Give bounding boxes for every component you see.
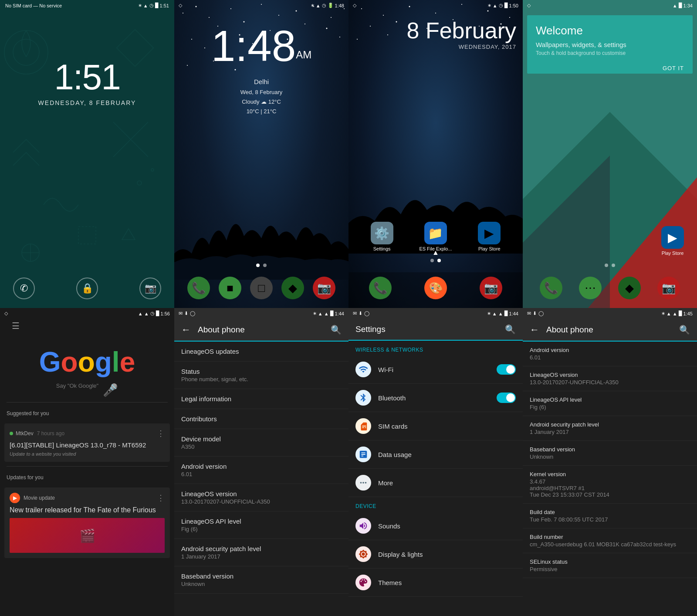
list-item-status[interactable]: Status Phone number, signal, etc. <box>174 362 348 389</box>
wifi-toggle[interactable] <box>497 364 516 375</box>
list-item-build-date[interactable]: Build date Tue Feb. 7 08:00:55 UTC 2017 <box>523 504 697 528</box>
search-icon[interactable]: 🔍 <box>331 325 342 335</box>
list-item-contributors[interactable]: Contributors <box>174 409 348 429</box>
panel-lockscreen-1: No SIM card — No service ∗ ▲ ◷ ▉ 1:51 1:… <box>0 0 174 308</box>
camera-icon[interactable]: 📷 <box>313 277 335 299</box>
dot-2 <box>437 259 441 262</box>
camera-icon[interactable]: 📷 <box>657 277 680 299</box>
notification-icon: ✉ <box>353 311 357 316</box>
item-title: Status <box>181 368 342 375</box>
status-left: ◇ <box>179 3 182 8</box>
item-sub: 6.01 <box>530 354 690 361</box>
play-store-icon[interactable]: ▶ Play Store <box>661 226 684 256</box>
section-device: DEVICE <box>348 497 523 512</box>
setting-sounds[interactable]: Sounds <box>348 512 523 540</box>
movie-card[interactable]: ▶ Movie update ⋮ New trailer released fo… <box>4 487 170 558</box>
camera-icon[interactable]: 📷 <box>139 278 161 299</box>
list-item-lineage-api[interactable]: LineageOS API level Fig (6) <box>523 391 697 416</box>
camera-dock-icon[interactable]: 📷 <box>480 277 502 299</box>
list-item-lineage-api[interactable]: LineageOS API level Fig (6) <box>174 511 348 539</box>
notification-icon: ✉ <box>527 311 531 316</box>
welcome-subtitle: Wallpapers, widgets, & settings <box>536 41 684 48</box>
item-title: Build date <box>530 509 690 515</box>
square-icon[interactable]: □ <box>250 277 273 299</box>
list-item-device-model[interactable]: Device model A350 <box>174 429 348 457</box>
status-bar: ◇ ∗ ▲ ◷ 🔋 1:48 <box>174 0 348 11</box>
hamburger-menu[interactable]: ☰ <box>0 319 174 333</box>
app-play-store[interactable]: ▶ Play Store <box>465 222 514 251</box>
section-wireless: WIRELESS & NETWORKS <box>348 341 523 355</box>
setting-bluetooth[interactable]: Bluetooth <box>348 384 523 412</box>
list-item-lineage-ver[interactable]: LineageOS version 13.0-20170207-UNOFFICI… <box>523 366 697 391</box>
vpn-icon[interactable]: ◆ <box>618 277 641 299</box>
movie-source: ▶ Movie update <box>10 493 55 503</box>
phone-icon[interactable]: ✆ <box>13 278 35 299</box>
setting-wifi[interactable]: Wi-Fi <box>348 355 523 384</box>
setting-display[interactable]: Display & lights <box>348 540 523 569</box>
item-title: LineageOS API level <box>530 396 690 403</box>
toolbar-title: About phone <box>198 325 245 335</box>
item-sub: Tue Feb. 7 08:00:55 UTC 2017 <box>530 516 690 523</box>
list-item-android-ver[interactable]: Android version 6.01 <box>174 457 348 484</box>
battery-icon: 🔋 <box>328 3 334 8</box>
clock-area: 1:51 WEDNESDAY, 8 FEBRUARY <box>0 57 174 106</box>
phone-icon[interactable]: 📞 <box>187 277 210 299</box>
list-item-security-patch[interactable]: Android security patch level 1 January 2… <box>174 539 348 566</box>
alarm-icon: ◷ <box>149 3 154 8</box>
back-icon[interactable]: ← <box>181 324 191 335</box>
card-source-row: MtkDev 7 hours ago <box>10 430 64 437</box>
back-icon[interactable]: ← <box>530 324 539 335</box>
status-icons: ∗ ▲ ▲ ▉ 1:44 <box>313 311 344 316</box>
setting-data-usage[interactable]: Data usage <box>348 440 523 469</box>
bluetooth-toggle[interactable] <box>497 393 516 403</box>
paint-dock-icon[interactable]: 🎨 <box>424 277 447 299</box>
phone-icon[interactable]: 📞 <box>540 277 562 299</box>
item-sub: 13.0-20170207-UNOFFICIAL-A350 <box>530 379 690 386</box>
list-item-build-number[interactable]: Build number cm_A350-userdebug 6.01 MOB3… <box>523 528 697 553</box>
lock-icon[interactable]: 🔒 <box>76 278 98 299</box>
list-item-security-patch[interactable]: Android security patch level 1 January 2… <box>523 416 697 441</box>
list-item-selinux[interactable]: SELinux status Permissive <box>523 553 697 578</box>
about-list-2: Android version 6.01 LineageOS version 1… <box>523 342 697 578</box>
list-item-updates[interactable]: LineageOS updates <box>174 342 348 362</box>
time: 1:44 <box>509 311 518 316</box>
app-es-file[interactable]: 📁 ES File Explo... <box>411 222 460 251</box>
dots-icon[interactable]: ⋯ <box>579 277 602 299</box>
vpn-icon[interactable]: ◆ <box>281 277 304 299</box>
toolbar-title: Settings <box>355 325 386 334</box>
hamburger-icon: ☰ <box>5 317 26 335</box>
clock-area: 1:48AM <box>174 24 348 68</box>
card-more-icon[interactable]: ⋮ <box>157 429 165 438</box>
status-bar: ◇ ▲ ▉ 1:34 <box>523 0 697 11</box>
list-item-lineage-ver[interactable]: LineageOS version 13.0-20170207-UNOFFICI… <box>174 484 348 511</box>
item-title: LineageOS version <box>181 490 342 498</box>
setting-more[interactable]: More <box>348 469 523 497</box>
weather-info: Delhi Wed, 8 February Cloudy ☁ 12°C 10°C… <box>174 76 348 116</box>
phone-dock-icon[interactable]: 📞 <box>369 277 392 299</box>
list-item-kernel[interactable]: Kernel version 3.4.67android@HTSVR7 #1Tu… <box>523 466 697 504</box>
search-icon[interactable]: 🔍 <box>679 325 690 335</box>
item-title: Android security patch level <box>181 545 342 552</box>
svg-point-6 <box>151 169 154 171</box>
status-left-icons: ✉ ⬇ ◯ <box>179 311 195 316</box>
bottom-bar: ✆ 🔒 📷 <box>0 278 174 299</box>
app-settings[interactable]: ⚙️ Settings <box>357 222 406 251</box>
list-item-android-ver[interactable]: Android version 6.01 <box>523 342 697 366</box>
mic-icon[interactable]: 🎤 <box>103 383 118 397</box>
ok-google-row: Say "Ok Google" 🎤 <box>0 382 174 398</box>
store-icon[interactable]: ■ <box>219 277 241 299</box>
up-arrow[interactable]: ▲ <box>348 249 523 257</box>
news-card-1[interactable]: MtkDev 7 hours ago ⋮ [6.01][STABLE] Line… <box>4 423 170 462</box>
search-icon[interactable]: 🔍 <box>505 324 516 335</box>
setting-sim[interactable]: SIM cards <box>348 412 523 440</box>
home-day: WEDNESDAY, 2017 <box>355 44 516 50</box>
setting-themes[interactable]: Themes <box>348 569 523 597</box>
item-sub: Fig (6) <box>181 526 342 532</box>
item-title: Build number <box>530 534 690 540</box>
list-item-legal[interactable]: Legal information <box>174 389 348 409</box>
list-item-baseband[interactable]: Baseband version Unknown <box>174 566 348 594</box>
movie-more-icon[interactable]: ⋮ <box>157 493 165 503</box>
item-title: Device model <box>181 435 342 443</box>
list-item-baseband[interactable]: Baseband version Unknown <box>523 441 697 466</box>
dock: 📞 ■ □ ◆ 📷 <box>174 272 348 308</box>
